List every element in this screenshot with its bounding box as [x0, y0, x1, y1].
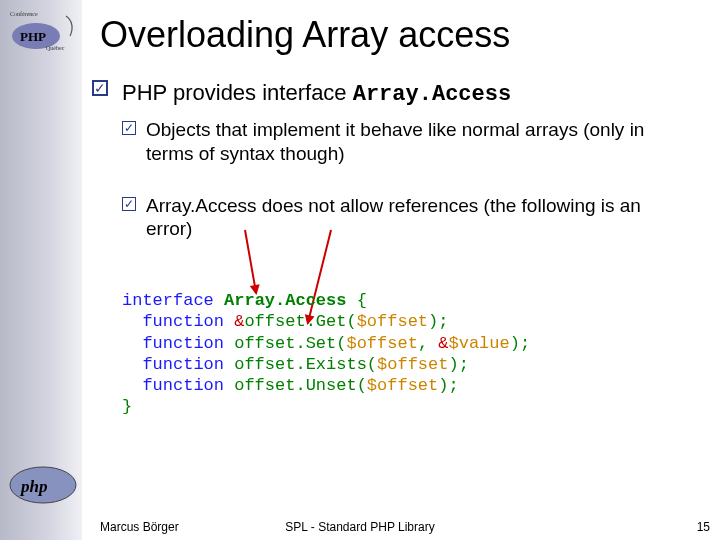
checkbox-icon: ✓ [122, 197, 136, 211]
php-logo: php [6, 462, 80, 508]
main-text-before: PHP provides interface [122, 80, 353, 105]
code-block: interface Array.Access { function &offse… [122, 290, 530, 418]
checkbox-icon: ✓ [122, 121, 136, 135]
svg-text:Québec: Québec [46, 45, 65, 51]
footer-center: SPL - Standard PHP Library [0, 520, 720, 534]
main-bullet: ✓ PHP provides interface Array.Access [92, 80, 511, 107]
interface-name: Array.Access [353, 82, 511, 107]
footer-page-number: 15 [697, 520, 710, 534]
sub-bullets: ✓ Objects that implement it behave like … [122, 118, 692, 269]
sub-bullet-text: Objects that implement it behave like no… [146, 118, 692, 166]
slide-title: Overloading Array access [100, 14, 510, 56]
sub-bullet-text: Array.Access does not allow references (… [146, 194, 692, 242]
checkbox-icon: ✓ [92, 80, 108, 96]
svg-text:Conférence: Conférence [10, 11, 38, 17]
sub-bullet: ✓ Objects that implement it behave like … [122, 118, 692, 166]
svg-text:php: php [19, 477, 47, 496]
sub-bullet: ✓ Array.Access does not allow references… [122, 194, 692, 242]
conference-logo: Conférence PHP Québec [6, 6, 80, 54]
main-bullet-text: PHP provides interface Array.Access [122, 80, 511, 107]
sidebar-gradient [0, 0, 82, 540]
svg-text:PHP: PHP [20, 29, 46, 44]
